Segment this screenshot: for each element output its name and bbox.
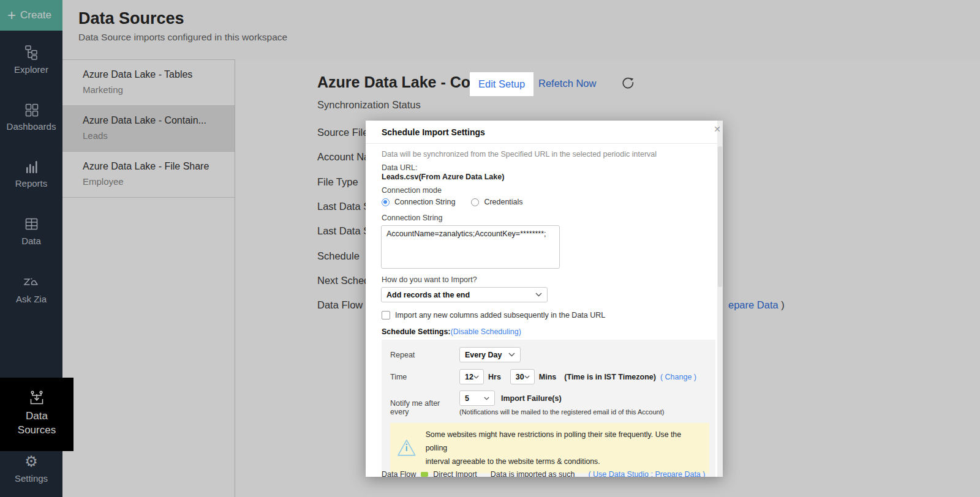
notify-label: Notify me after every: [390, 399, 459, 416]
info-triangle-icon: [396, 438, 417, 458]
import-mode-select[interactable]: Add records at the end: [381, 287, 548, 302]
notify-count-select[interactable]: 5: [459, 390, 495, 406]
close-icon[interactable]: ✕: [714, 124, 721, 134]
warning-line-1: Some websites might have restrictions in…: [426, 428, 702, 455]
chevron-down-icon: [508, 353, 515, 357]
scrollbar-thumb[interactable]: [718, 146, 722, 287]
repeat-value: Every Day: [465, 351, 502, 359]
disable-scheduling-link[interactable]: (Disable Scheduling): [451, 327, 521, 336]
radio-connection-string[interactable]: [382, 198, 390, 206]
time-label: Time: [390, 373, 459, 381]
radio-credentials-label[interactable]: Credentials: [484, 198, 522, 206]
connection-mode-options: Connection String Credentials: [382, 198, 715, 206]
mins-suffix: Mins: [539, 373, 556, 381]
repeat-label: Repeat: [390, 351, 459, 359]
time-mins-value: 30: [516, 373, 524, 381]
repeat-row: Repeat Every Day: [390, 347, 708, 362]
notify-row: Notify me after every 5 Import Failure(s…: [390, 390, 708, 416]
repeat-select[interactable]: Every Day: [459, 347, 521, 362]
connection-mode-label: Connection mode: [382, 186, 715, 195]
notify-count-value: 5: [465, 394, 469, 403]
modal-scrollbar[interactable]: [717, 121, 723, 477]
change-timezone-link[interactable]: ( Change ): [660, 373, 696, 381]
data-url-label: Data URL:: [382, 163, 715, 172]
schedule-settings-label: Schedule Settings:: [382, 327, 451, 336]
new-columns-checkbox[interactable]: [382, 311, 390, 320]
chevron-down-icon: [484, 397, 489, 400]
data-flow-label: Data Flow: [382, 470, 416, 477]
data-flow-status: Direct Import: [433, 470, 477, 477]
radio-credentials[interactable]: [471, 198, 479, 206]
time-hours-value: 12: [465, 373, 473, 381]
import-mode-value: Add records at the end: [386, 291, 470, 299]
chevron-down-icon: [473, 375, 479, 379]
chevron-down-icon: [535, 293, 542, 297]
timezone-note: (Time is in IST Timezone): [564, 373, 656, 381]
time-hours-select[interactable]: 12: [459, 369, 484, 384]
schedule-import-settings-dialog: ✕ Schedule Import Settings Data will be …: [366, 121, 723, 477]
dialog-title: Schedule Import Settings: [366, 121, 723, 144]
import-mode-label: How do you want to Import?: [382, 275, 715, 284]
schedule-settings-panel: Repeat Every Day Time 12 Hrs 30 Mins: [382, 340, 715, 477]
status-green-icon: [421, 472, 428, 477]
connection-string-textarea[interactable]: AccountName=zanalytics;AccountKey=******…: [381, 225, 560, 269]
data-flow-link[interactable]: ( Use Data Studio : Prepare Data ): [588, 470, 705, 477]
data-flow-row-clipped: Data Flow Direct Import Data is imported…: [382, 470, 705, 477]
polling-warning-banner: Some websites might have restrictions in…: [390, 423, 709, 473]
radio-connection-string-label[interactable]: Connection String: [394, 198, 455, 206]
notify-suffix: Import Failure(s): [501, 394, 562, 403]
hrs-suffix: Hrs: [488, 373, 501, 381]
dialog-intro-text: Data will be synchronized from the Speci…: [382, 150, 715, 159]
chevron-down-icon: [524, 375, 530, 379]
warning-line-2: interval agreeable to the website terms …: [426, 455, 702, 468]
new-columns-option: Import any new columns added subsequentl…: [382, 311, 715, 320]
data-url-value: Leads.csv(From Azure Data Lake): [382, 173, 715, 181]
notify-note: (Notifications will be mailed to the reg…: [459, 408, 664, 416]
connection-string-label: Connection String: [382, 214, 715, 222]
schedule-settings-heading: Schedule Settings:(Disable Scheduling): [382, 327, 715, 336]
time-mins-select[interactable]: 30: [510, 369, 535, 384]
data-flow-text: Data is imported as such: [491, 470, 575, 477]
new-columns-checkbox-label[interactable]: Import any new columns added subsequentl…: [395, 311, 605, 320]
time-row: Time 12 Hrs 30 Mins (Time is in IST Time…: [390, 369, 708, 384]
edit-setup-button[interactable]: Edit Setup: [470, 72, 533, 96]
dialog-body: Data will be synchronized from the Speci…: [366, 144, 723, 477]
